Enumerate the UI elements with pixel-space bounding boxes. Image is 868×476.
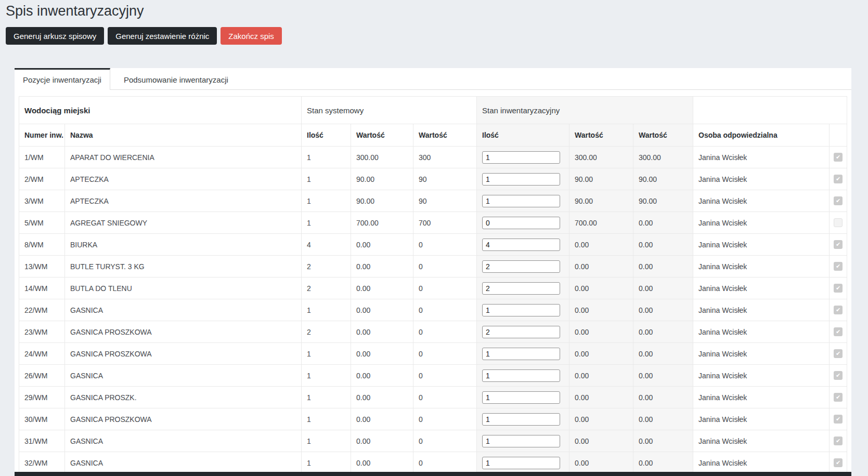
cell-sys-wartosc-2: 700 [413, 212, 477, 234]
row-checkbox-checked[interactable] [834, 153, 843, 162]
col-header-sys-ilosc: Ilość [302, 124, 351, 147]
row-checkbox-checked[interactable] [834, 415, 843, 424]
table-row: 32/WMGASNICA10.0000.000.00Janina Wcisłek [19, 452, 847, 474]
cell-inv-wartosc-2: 0.00 [633, 343, 693, 365]
cell-inv-ilosc [477, 277, 569, 299]
inventory-qty-input[interactable] [482, 173, 560, 186]
cell-inv-ilosc [477, 168, 569, 190]
cell-inv-ilosc [477, 212, 569, 234]
cell-inv-wartosc-2: 0.00 [633, 321, 693, 343]
cell-sys-wartosc-1: 0.00 [351, 365, 413, 387]
cell-sys-wartosc-1: 90.00 [351, 168, 413, 190]
inventory-table-wrap: Wodociąg miejski Stan systemowy Stan inw… [15, 90, 851, 474]
toolbar: Generuj arkusz spisowy Generuj zestawien… [6, 27, 282, 45]
tab-inventory-items[interactable]: Pozycje inwentaryzacji [15, 68, 110, 90]
cell-sys-wartosc-2: 90 [413, 190, 477, 212]
finish-inventory-button[interactable]: Zakończ spis [221, 27, 282, 45]
inventory-qty-input[interactable] [482, 260, 560, 273]
cell-inv-wartosc-2: 0.00 [633, 387, 693, 408]
cell-inv-wartosc-1: 700.00 [569, 212, 633, 234]
cell-nazwa: GASNICA [65, 452, 302, 474]
cell-inv-wartosc-2: 0.00 [633, 299, 693, 321]
row-checkbox-checked[interactable] [834, 196, 843, 205]
inventory-qty-input[interactable] [482, 369, 560, 382]
cell-sys-wartosc-1: 0.00 [351, 408, 413, 430]
cell-inv-wartosc-1: 0.00 [569, 387, 633, 408]
cell-sys-ilosc: 1 [302, 387, 351, 408]
generate-inventory-sheet-button[interactable]: Generuj arkusz spisowy [6, 27, 104, 45]
group-header-row: Wodociąg miejski Stan systemowy Stan inw… [19, 97, 847, 124]
row-checkbox-checked[interactable] [834, 458, 843, 467]
inventory-qty-input[interactable] [482, 348, 560, 360]
cell-nazwa: GASNICA [65, 365, 302, 387]
inventory-qty-input[interactable] [482, 326, 560, 338]
inventory-qty-input[interactable] [482, 413, 560, 426]
row-checkbox-checked[interactable] [834, 306, 843, 314]
cell-inv-ilosc [477, 147, 569, 168]
cell-sys-wartosc-2: 0 [413, 299, 477, 321]
inventory-qty-input[interactable] [482, 304, 560, 316]
table-row: 22/WMGASNICA10.0000.000.00Janina Wcisłek [19, 299, 847, 321]
cell-sys-wartosc-2: 0 [413, 321, 477, 343]
row-checkbox-checked[interactable] [834, 327, 843, 336]
cell-osoba-odpowiedzialna: Janina Wcisłek [693, 365, 830, 387]
content-panel: Pozycje inwentaryzacji Podsumowanie inwe… [15, 68, 851, 476]
row-checkbox-checked[interactable] [834, 349, 843, 358]
group-header-inventory-state: Stan inwentaryzacyjny [477, 97, 693, 124]
inventory-qty-input[interactable] [482, 391, 560, 404]
inventory-qty-input[interactable] [482, 239, 560, 251]
group-header-location: Wodociąg miejski [19, 97, 302, 124]
row-checkbox-checked[interactable] [834, 437, 843, 445]
cell-inv-wartosc-1: 90.00 [569, 168, 633, 190]
cell-sys-wartosc-2: 300 [413, 147, 477, 168]
row-checkbox-checked[interactable] [834, 284, 843, 293]
table-row: 1/WMAPARAT DO WIERCENIA1300.00300300.003… [19, 147, 847, 168]
group-header-empty [693, 97, 847, 124]
inventory-qty-input[interactable] [482, 282, 560, 295]
cell-numer-inw: 8/WM [19, 234, 65, 256]
inventory-qty-input[interactable] [482, 151, 560, 164]
cell-inv-wartosc-2: 300.00 [633, 147, 693, 168]
cell-numer-inw: 5/WM [19, 212, 65, 234]
cell-inv-wartosc-1: 90.00 [569, 190, 633, 212]
cell-checkbox [830, 430, 847, 452]
cell-inv-wartosc-2: 0.00 [633, 234, 693, 256]
cell-sys-wartosc-1: 700.00 [351, 212, 413, 234]
row-checkbox-checked[interactable] [834, 175, 843, 183]
cell-inv-wartosc-1: 0.00 [569, 299, 633, 321]
table-row: 14/WMBUTLA DO TLENU20.0000.000.00Janina … [19, 277, 847, 299]
row-checkbox-checked[interactable] [834, 393, 843, 402]
cell-inv-ilosc [477, 430, 569, 452]
cell-sys-ilosc: 1 [302, 147, 351, 168]
cell-sys-wartosc-2: 0 [413, 387, 477, 408]
cell-nazwa: BIURKA [65, 234, 302, 256]
row-checkbox-checked[interactable] [834, 262, 843, 271]
tab-inventory-summary[interactable]: Podsumowanie inwentaryzacji [110, 68, 242, 89]
row-checkbox-unchecked[interactable] [834, 218, 843, 227]
generate-differences-report-button[interactable]: Generuj zestawienie różnic [108, 27, 217, 45]
inventory-qty-input[interactable] [482, 457, 560, 469]
cell-numer-inw: 13/WM [19, 256, 65, 277]
cell-inv-wartosc-2: 0.00 [633, 256, 693, 277]
inventory-qty-input[interactable] [482, 195, 560, 207]
row-checkbox-checked[interactable] [834, 371, 843, 380]
cell-sys-ilosc: 2 [302, 256, 351, 277]
cell-checkbox [830, 343, 847, 365]
cell-nazwa: GASNICA PROSZK. [65, 387, 302, 408]
cell-sys-ilosc: 1 [302, 299, 351, 321]
table-row: 8/WMBIURKA40.0000.000.00Janina Wcisłek [19, 234, 847, 256]
inventory-qty-input[interactable] [482, 217, 560, 229]
row-checkbox-checked[interactable] [834, 240, 843, 249]
cell-inv-ilosc [477, 452, 569, 474]
inventory-qty-input[interactable] [482, 435, 560, 447]
cell-numer-inw: 22/WM [19, 299, 65, 321]
cell-nazwa: APARAT DO WIERCENIA [65, 147, 302, 168]
cell-numer-inw: 24/WM [19, 343, 65, 365]
cell-inv-ilosc [477, 343, 569, 365]
table-row: 31/WMGASNICA10.0000.000.00Janina Wcisłek [19, 430, 847, 452]
cell-sys-ilosc: 2 [302, 277, 351, 299]
table-row: 2/WMAPTECZKA190.009090.0090.00Janina Wci… [19, 168, 847, 190]
cell-inv-wartosc-1: 0.00 [569, 430, 633, 452]
cell-sys-wartosc-2: 0 [413, 234, 477, 256]
cell-osoba-odpowiedzialna: Janina Wcisłek [693, 212, 830, 234]
